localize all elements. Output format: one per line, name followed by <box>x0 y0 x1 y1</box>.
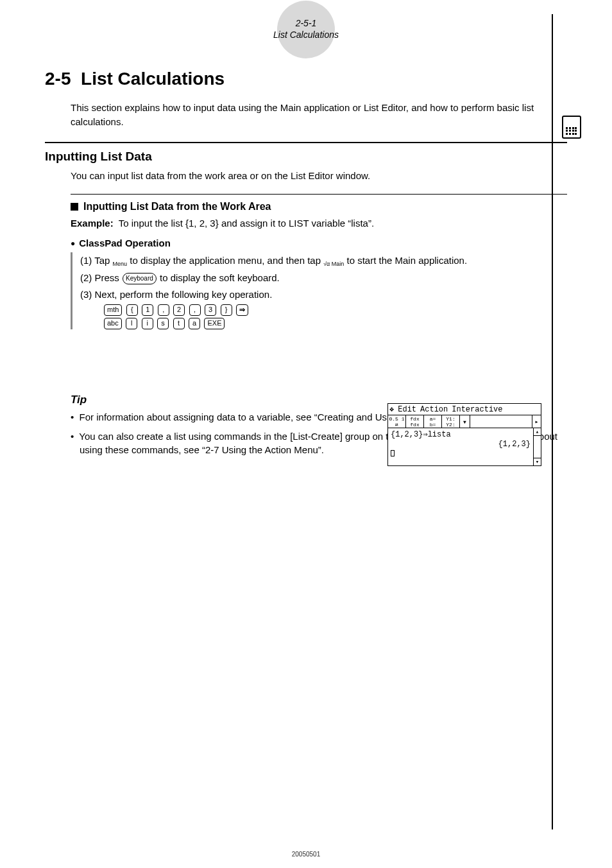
softkey: s <box>157 318 169 329</box>
softkey: , <box>158 304 169 316</box>
app-icon <box>562 116 581 139</box>
operation-steps: (1) Tap Menu to display the application … <box>71 252 567 329</box>
menu-interactive: Interactive <box>452 405 502 414</box>
step-1: (1) Tap Menu to display the application … <box>80 252 567 270</box>
main-app-icon: √α Main <box>323 259 344 270</box>
section-name: List Calculations <box>81 69 225 89</box>
header-label: List Calculations <box>264 30 348 41</box>
toolbar-button: 0.5 1⇄ <box>388 415 406 428</box>
input-expression: {1,2,3}⇒lista <box>391 430 532 439</box>
softkey: } <box>221 304 232 316</box>
settings-menu-icon: ❖ <box>389 404 394 414</box>
right-margin-rule <box>552 14 553 829</box>
softkey: 2 <box>173 304 185 316</box>
assign-key: ⇒ <box>236 304 248 316</box>
softkey: { <box>126 304 138 316</box>
menu-icon: Menu <box>113 259 128 270</box>
keyboard-hardkey: Keyboard <box>123 273 157 284</box>
subsection-heading: Inputting List Data <box>45 150 567 164</box>
square-bullet-icon <box>71 203 78 211</box>
example-text: To input the list {1, 2, 3} and assign i… <box>119 218 374 229</box>
menu-action: Action <box>420 405 448 414</box>
header-page-number: 2-5-1 <box>264 18 348 30</box>
step-3: (3) Next, perform the following key oper… <box>80 286 567 303</box>
step-2: (2) Press Keyboard to display the soft k… <box>80 270 567 286</box>
softkey: mth <box>104 304 122 316</box>
subsection-intro: You can input list data from the work ar… <box>71 169 567 183</box>
divider <box>45 142 567 143</box>
key-sequence-row-1: mth { 1 , 2 , 3 } ⇒ <box>103 304 567 316</box>
divider <box>71 194 567 195</box>
softkey: , <box>189 304 201 316</box>
toolbar-button: Y1:Y2: <box>442 415 460 428</box>
scroll-up-icon: ▴ <box>534 428 541 436</box>
toolbar-button: fdxfdx <box>406 415 424 428</box>
screenshot-scrollbar: ▴ ▾ <box>533 428 541 465</box>
toolbar-scroll-right-icon: ▸ <box>532 415 541 428</box>
scroll-down-icon: ▾ <box>534 458 541 465</box>
example-label: Example: <box>71 218 114 229</box>
softkey: i <box>142 318 153 329</box>
softkey: abc <box>104 318 122 329</box>
section-title: 2-5 List Calculations <box>45 69 567 89</box>
section-number: 2-5 <box>45 69 71 89</box>
softkey: 1 <box>142 304 153 316</box>
page-header-badge: 2-5-1 List Calculations <box>264 18 348 40</box>
softkey: l <box>126 318 137 329</box>
example-line: Example: To input the list {1, 2, 3} and… <box>71 218 567 229</box>
toolbar-dropdown-icon: ▼ <box>460 415 470 428</box>
screenshot-work-area: {1,2,3}⇒lista {1,2,3} <box>388 428 541 465</box>
exe-key: EXE <box>204 318 225 329</box>
output-result: {1,2,3} <box>498 440 531 449</box>
cursor-icon <box>391 450 395 456</box>
toolbar-button: a=b= <box>424 415 442 428</box>
key-sequence-row-2: abc l i s t a EXE <box>103 317 567 329</box>
calculator-screenshot: ❖ Edit Action Interactive 0.5 1⇄ fdxfdx … <box>387 403 541 466</box>
block-heading: Inputting List Data from the Work Area <box>71 201 567 213</box>
classpad-operation-heading: ClassPad Operation <box>71 238 567 248</box>
menu-edit: Edit <box>398 405 416 414</box>
screenshot-toolbar: 0.5 1⇄ fdxfdx a=b= Y1:Y2: ▼ ▸ <box>388 415 541 428</box>
footer-date: 20050501 <box>0 851 612 858</box>
screenshot-menubar: ❖ Edit Action Interactive <box>388 404 541 415</box>
softkey: a <box>189 318 200 329</box>
softkey: 3 <box>205 304 216 316</box>
intro-paragraph: This section explains how to input data … <box>71 101 567 129</box>
softkey: t <box>173 318 185 329</box>
